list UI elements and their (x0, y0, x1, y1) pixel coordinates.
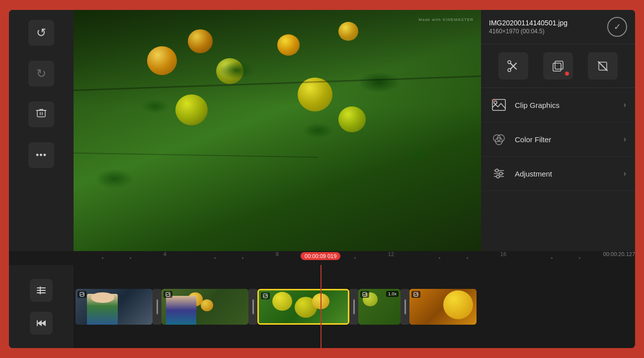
track-split-button[interactable] (30, 279, 53, 302)
playhead: 00:00:09.019 (301, 252, 340, 260)
check-icon: ✓ (614, 21, 621, 32)
separator-2 (248, 289, 257, 325)
clip-5-badge (411, 291, 420, 298)
trash-icon (36, 107, 47, 121)
color-filter-menu-item[interactable]: Color Filter › (481, 122, 635, 157)
video-content (74, 10, 481, 251)
svg-point-15 (499, 172, 502, 175)
marker-4: 4 (163, 251, 166, 257)
separator-3 (349, 289, 358, 325)
svg-rect-3 (553, 63, 561, 71)
filename-label: IMG20200114140501.jpg (489, 19, 567, 27)
svg-rect-0 (37, 110, 45, 117)
clip-3-badge (261, 292, 270, 299)
more-icon: ••• (36, 150, 47, 161)
track-controls (9, 265, 74, 348)
dimensions-label: 4160×1970 (00:04.5) (489, 28, 567, 35)
speed-badge: 1.0x (386, 291, 399, 297)
clip-4[interactable]: 1.0x (358, 289, 401, 325)
undo-icon: ↺ (36, 26, 46, 40)
rewind-button[interactable] (30, 312, 53, 335)
app-container: ↺ ↻ ••• (9, 10, 635, 348)
clip-4-badge (360, 291, 369, 298)
color-filter-chevron: › (624, 135, 626, 144)
color-filter-icon (490, 130, 508, 148)
clip-3-selected[interactable] (257, 289, 349, 325)
playhead-line (321, 265, 322, 348)
adjustment-menu-item[interactable]: Adjustment › (481, 157, 635, 191)
svg-rect-21 (37, 320, 38, 326)
clip-graphics-icon (490, 96, 508, 114)
clip-graphics-chevron: › (624, 100, 626, 109)
more-button[interactable]: ••• (28, 142, 54, 168)
split-align-icon (36, 285, 47, 296)
rewind-icon (36, 318, 47, 329)
top-section: ↺ ↻ ••• (9, 10, 635, 251)
clip-info-header: IMG20200114140501.jpg 4160×1970 (00:04.5… (481, 10, 635, 44)
no-rotate-icon (596, 59, 610, 73)
duplicate-icon (551, 59, 565, 73)
watermark: Made with KINEMASTER (418, 15, 474, 22)
svg-rect-4 (555, 61, 563, 69)
clip-1-badge (78, 291, 86, 298)
svg-point-2 (508, 69, 511, 72)
right-panel: IMG20200114140501.jpg 4160×1970 (00:04.5… (481, 10, 635, 251)
redo-icon: ↻ (36, 67, 46, 81)
end-time: 00:00:20.127 (603, 251, 635, 257)
red-dot-badge (565, 72, 569, 76)
timeline-section: 4 8 12 16 00:00:09.019 00:00:20.127 (9, 251, 635, 348)
no-rotate-button[interactable] (588, 52, 618, 80)
video-background: Made with KINEMASTER (74, 10, 481, 251)
separator-4 (401, 289, 409, 325)
color-filter-label: Color Filter (515, 135, 551, 144)
adjustment-label: Adjustment (515, 170, 552, 178)
clip-5[interactable] (409, 289, 477, 325)
clip-2[interactable] (161, 289, 248, 325)
video-preview: Made with KINEMASTER (74, 10, 481, 251)
svg-point-16 (496, 175, 499, 178)
redo-button[interactable]: ↻ (28, 61, 54, 87)
svg-rect-19 (37, 292, 46, 293)
left-toolbar: ↺ ↻ ••• (9, 10, 74, 251)
marker-16: 16 (500, 251, 506, 257)
timeline-clips[interactable]: 1.0x (74, 265, 635, 348)
svg-rect-18 (37, 290, 46, 291)
timeline-ruler: 4 8 12 16 00:00:09.019 00:00:20.127 (9, 251, 635, 265)
svg-rect-17 (37, 287, 46, 288)
clip-1[interactable] (76, 289, 153, 325)
marker-12: 12 (388, 251, 394, 257)
svg-point-14 (495, 169, 498, 172)
clip-graphics-menu-item[interactable]: Clip Graphics › (481, 88, 635, 122)
adjustment-icon (490, 165, 508, 182)
track-area: 1.0x (9, 265, 635, 348)
separator-1 (153, 289, 161, 325)
delete-button[interactable] (28, 101, 54, 127)
clip-info-text: IMG20200114140501.jpg 4160×1970 (00:04.5… (489, 19, 567, 35)
split-button[interactable] (498, 52, 528, 80)
scissors-icon (506, 59, 520, 73)
clip-graphics-label: Clip Graphics (515, 101, 560, 109)
svg-point-1 (508, 61, 511, 64)
svg-rect-20 (40, 286, 41, 294)
action-icons-row (481, 44, 635, 88)
marker-8: 8 (276, 251, 279, 257)
undo-button[interactable]: ↺ (28, 20, 54, 46)
adjustment-chevron: › (624, 169, 626, 178)
clip-2-badge (163, 291, 172, 298)
duplicate-button[interactable] (543, 52, 573, 80)
confirm-button[interactable]: ✓ (607, 17, 627, 37)
